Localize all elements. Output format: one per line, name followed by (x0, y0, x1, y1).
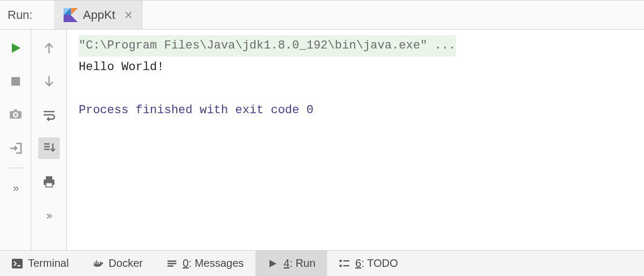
run-icon (267, 258, 278, 269)
exit-button[interactable] (5, 137, 26, 159)
todo-label: 6: TODO (355, 257, 398, 270)
messages-icon (167, 258, 177, 269)
run-tab-bar: Run: AppKt ✕ (0, 1, 644, 30)
run-tab-label: AppKt (83, 8, 115, 22)
docker-label: Docker (109, 257, 143, 270)
terminal-tool-window-button[interactable]: Terminal (0, 251, 81, 276)
svg-rect-12 (46, 183, 52, 187)
terminal-label: Terminal (28, 257, 69, 270)
svg-rect-17 (95, 260, 97, 262)
terminal-icon (12, 258, 23, 269)
up-stack-button[interactable] (38, 37, 60, 59)
stop-button[interactable] (5, 71, 26, 92)
more-actions-button-2[interactable]: » (38, 204, 60, 226)
console-command-line: "C:\Program Files\Java\jdk1.8.0_192\bin\… (79, 35, 456, 57)
svg-rect-19 (340, 260, 342, 262)
svg-rect-15 (95, 262, 97, 264)
svg-point-8 (14, 114, 17, 116)
svg-rect-20 (340, 265, 342, 267)
down-stack-button[interactable] (38, 71, 60, 92)
console-stdout-line: Hello World! (79, 60, 164, 74)
rerun-button[interactable] (5, 37, 26, 59)
console-exit-line: Process finished with exit code 0 (79, 104, 314, 117)
svg-rect-13 (12, 259, 23, 268)
svg-rect-5 (11, 77, 20, 86)
console-output[interactable]: "C:\Program Files\Java\jdk1.8.0_192\bin\… (67, 30, 644, 250)
svg-rect-14 (94, 262, 95, 264)
tool-window-bar: Terminal Docker 0: Messages (0, 250, 644, 276)
todo-icon (339, 258, 350, 269)
run-toolbar-secondary: » (31, 30, 67, 250)
run-tool-window-button[interactable]: 4: Run (255, 251, 327, 276)
svg-rect-9 (14, 109, 17, 111)
svg-marker-18 (269, 260, 276, 267)
more-actions-button[interactable]: » (5, 177, 26, 198)
dump-threads-button[interactable] (5, 104, 26, 126)
print-button[interactable] (38, 171, 60, 192)
run-toolbar-primary: » (0, 30, 31, 250)
svg-rect-16 (98, 262, 99, 264)
run-label: 4: Run (283, 257, 315, 270)
svg-marker-4 (12, 43, 20, 53)
messages-label: 0: Messages (183, 257, 244, 270)
kotlin-icon (64, 8, 78, 22)
close-icon[interactable]: ✕ (124, 9, 133, 22)
todo-tool-window-button[interactable]: 6: TODO (327, 251, 410, 276)
svg-marker-2 (71, 8, 78, 15)
docker-tool-window-button[interactable]: Docker (81, 251, 155, 276)
docker-icon (93, 258, 103, 269)
svg-rect-11 (46, 176, 52, 180)
soft-wrap-button[interactable] (38, 104, 60, 126)
svg-marker-3 (64, 15, 78, 22)
messages-tool-window-button[interactable]: 0: Messages (155, 251, 255, 276)
scroll-to-end-button[interactable] (38, 137, 60, 159)
run-tab-appkt[interactable]: AppKt ✕ (55, 1, 142, 29)
separator (7, 168, 24, 168)
run-panel-title: Run: (0, 1, 55, 29)
